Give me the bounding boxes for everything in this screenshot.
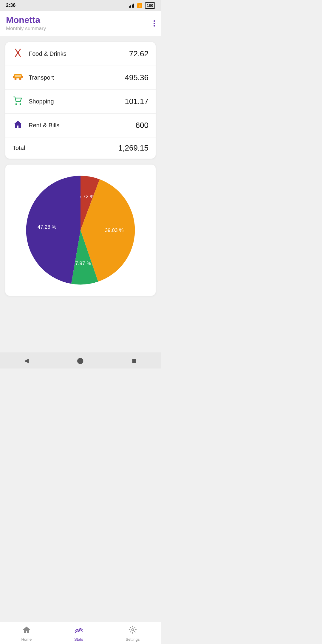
svg-point-6: [15, 78, 17, 80]
transport-amount: 495.36: [125, 73, 148, 82]
chart-card: 5.72 %39.03 %7.97 %47.28 %: [5, 165, 156, 296]
shopping-amount: 101.17: [125, 97, 148, 106]
app-header: Monetta Monthly summary: [0, 11, 161, 36]
status-bar: 2:36 📶 100: [0, 0, 161, 11]
food-label: Food & Drinks: [29, 50, 66, 57]
svg-text:5.72 %: 5.72 %: [79, 194, 95, 199]
app-subtitle: Monthly summary: [6, 26, 46, 32]
rent-icon: [13, 120, 23, 131]
svg-rect-5: [21, 76, 23, 78]
svg-point-2: [17, 52, 19, 54]
svg-point-9: [16, 103, 17, 105]
transport-row: Transport 495.36: [5, 66, 156, 90]
total-amount: 1,269.15: [118, 143, 148, 153]
svg-rect-4: [13, 76, 14, 78]
back-button[interactable]: ◀: [24, 357, 29, 364]
pie-svg: 5.72 %39.03 %7.97 %47.28 %: [24, 174, 137, 287]
total-label: Total: [13, 145, 25, 151]
food-row: Food & Drinks 72.62: [5, 42, 156, 66]
header-titles: Monetta Monthly summary: [6, 15, 46, 32]
summary-card: Food & Drinks 72.62 Transport: [5, 42, 156, 159]
svg-marker-11: [14, 121, 22, 128]
transport-label: Transport: [29, 74, 54, 81]
rent-row: Rent & Bills 600: [5, 114, 156, 137]
total-row: Total 1,269.15: [5, 137, 156, 159]
home-button[interactable]: ⬤: [77, 357, 83, 364]
food-amount: 72.62: [129, 49, 148, 58]
shopping-row: Shopping 101.17: [5, 90, 156, 114]
pie-chart: 5.72 %39.03 %7.97 %47.28 %: [24, 174, 137, 287]
svg-text:47.28 %: 47.28 %: [38, 224, 56, 230]
status-icons: 📶 100: [129, 2, 155, 9]
shopping-label: Shopping: [29, 98, 54, 105]
status-time: 2:36: [6, 3, 16, 8]
main-content: Food & Drinks 72.62 Transport: [0, 42, 161, 329]
signal-icon: [129, 3, 134, 8]
transport-icon: [13, 72, 23, 83]
rent-label: Rent & Bills: [29, 122, 59, 129]
more-menu-button[interactable]: [154, 20, 155, 27]
shopping-icon: [13, 96, 23, 107]
svg-point-7: [19, 78, 21, 80]
wifi-icon: 📶: [137, 3, 143, 8]
svg-text:39.03 %: 39.03 %: [105, 227, 124, 233]
battery-icon: 100: [145, 2, 155, 9]
svg-point-10: [20, 103, 21, 105]
food-icon: [13, 48, 23, 60]
android-nav: ◀ ⬤ ◼: [0, 352, 161, 369]
svg-text:7.97 %: 7.97 %: [75, 261, 91, 266]
rent-amount: 600: [136, 121, 148, 130]
recent-button[interactable]: ◼: [132, 357, 137, 364]
app-title: Monetta: [6, 15, 46, 25]
svg-rect-8: [15, 75, 21, 77]
